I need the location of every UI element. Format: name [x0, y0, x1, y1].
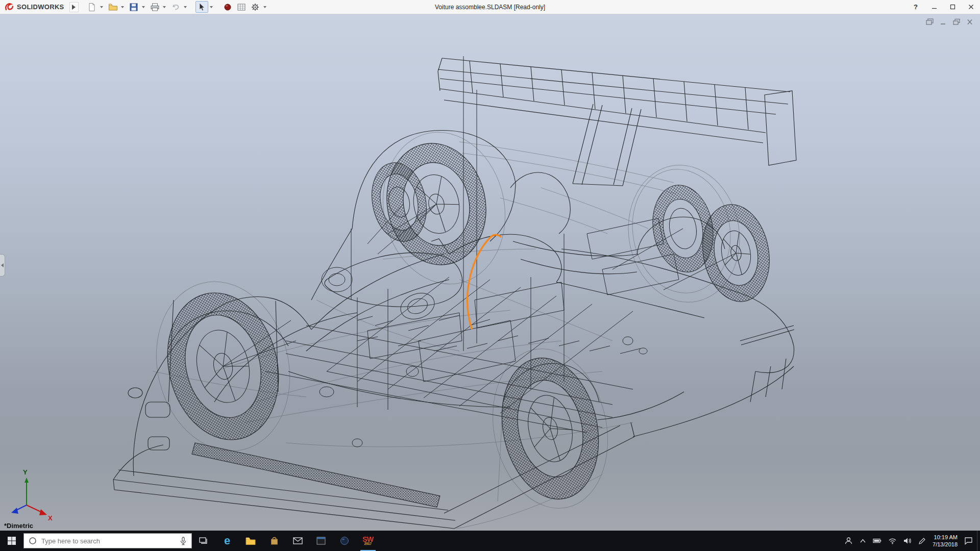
cortana-icon: [29, 537, 37, 545]
menu-flyout-button[interactable]: [69, 2, 79, 12]
featuremanager-flyout-tab[interactable]: [0, 254, 5, 277]
taskbar-clock[interactable]: 10:19 AM 7/13/2018: [933, 534, 958, 548]
undo-dropdown-icon[interactable]: [184, 6, 187, 8]
people-icon[interactable]: [844, 537, 853, 545]
options-button[interactable]: [249, 1, 262, 13]
mail-icon: [293, 537, 303, 544]
app-name: SOLIDWORKS: [17, 3, 64, 11]
open-document-button[interactable]: [107, 1, 119, 13]
battery-icon[interactable]: [873, 538, 881, 544]
triad-y-label: Y: [23, 468, 28, 476]
edge-button[interactable]: e: [215, 531, 239, 551]
window-restore-icon[interactable]: [952, 18, 961, 26]
print-button[interactable]: [149, 1, 161, 13]
document-title: Voiture assomblee.SLDASM [Read-only]: [435, 4, 545, 11]
red-sphere-icon: [224, 3, 232, 11]
save-floppy-icon: [129, 3, 138, 12]
select-arrow-icon: [198, 3, 206, 12]
edge-icon: e: [224, 535, 230, 546]
store-button[interactable]: [262, 531, 286, 551]
composer-app-button[interactable]: [333, 531, 356, 551]
solidworks-2017-icon: SW 2017: [362, 536, 374, 546]
save-dropdown-icon[interactable]: [142, 6, 145, 8]
window-controls: ?: [906, 0, 980, 14]
close-button[interactable]: [962, 0, 980, 14]
app-logo: SOLIDWORKS: [0, 2, 69, 12]
save-button[interactable]: [128, 1, 140, 13]
console-window-icon: [316, 537, 326, 545]
quick-access-toolbar: [86, 1, 269, 13]
design-table-icon: [237, 3, 246, 12]
print-dropdown-icon[interactable]: [163, 6, 166, 8]
file-explorer-button[interactable]: [239, 531, 262, 551]
system-tray: 10:19 AM 7/13/2018: [844, 534, 977, 548]
dassault-systemes-logo-icon: [4, 2, 14, 12]
task-view-icon: [199, 537, 208, 545]
wheel-front-left[interactable]: [153, 281, 293, 452]
microphone-icon[interactable]: [180, 537, 187, 545]
task-view-button[interactable]: [192, 531, 215, 551]
flyout-arrow-icon: [72, 5, 76, 10]
maximize-icon: [950, 4, 955, 10]
show-desktop-button[interactable]: [977, 531, 980, 551]
design-table-button[interactable]: [235, 1, 248, 13]
new-dropdown-icon[interactable]: [100, 6, 103, 8]
undo-button[interactable]: [169, 1, 182, 13]
clock-date: 7/13/2018: [933, 541, 958, 548]
view-orientation-label: *Dimetric: [4, 522, 33, 530]
help-button[interactable]: ?: [906, 0, 925, 14]
new-document-icon: [87, 3, 96, 12]
gear-icon: [251, 3, 260, 12]
search-input[interactable]: [41, 537, 175, 545]
construction-lines: [139, 121, 750, 529]
triad-x-label: X: [48, 514, 53, 522]
dark-sphere-app-icon: [340, 536, 349, 545]
store-bag-icon: [270, 536, 279, 545]
collapse-arrow-icon: [1, 263, 4, 267]
hidden-icons-chevron-icon[interactable]: [860, 538, 866, 543]
solidworks-2017-button[interactable]: SW 2017: [356, 531, 380, 551]
graphics-viewport[interactable]: Y X *Dimetric: [0, 14, 980, 531]
chassis-frame[interactable]: [265, 56, 679, 447]
options-dropdown-icon[interactable]: [263, 6, 266, 8]
print-icon: [150, 3, 160, 12]
radiator-mesh[interactable]: [192, 443, 440, 507]
red-sphere-button[interactable]: [222, 1, 234, 13]
windows-taskbar: e SW 2017: [0, 531, 980, 551]
close-icon: [968, 4, 974, 10]
file-explorer-icon: [246, 537, 256, 545]
console-app-button[interactable]: [309, 531, 333, 551]
mail-button[interactable]: [286, 531, 309, 551]
maximize-button[interactable]: [943, 0, 962, 14]
taskbar-search-box[interactable]: [23, 533, 192, 548]
minimize-icon: [932, 4, 937, 10]
volume-icon[interactable]: [903, 537, 912, 544]
window-minimize-icon[interactable]: [939, 18, 947, 26]
select-dropdown-icon[interactable]: [210, 6, 213, 8]
wheel-rear-left[interactable]: [489, 349, 611, 508]
start-button[interactable]: [0, 531, 23, 551]
new-document-button[interactable]: [86, 1, 99, 13]
undo-icon: [171, 3, 180, 12]
network-wifi-icon[interactable]: [888, 538, 897, 544]
minimize-button[interactable]: [925, 0, 943, 14]
open-folder-icon: [108, 3, 118, 12]
open-dropdown-icon[interactable]: [121, 6, 124, 8]
action-center-icon[interactable]: [964, 537, 973, 545]
window-close-icon[interactable]: [966, 18, 974, 26]
body-panels[interactable]: [288, 130, 730, 420]
titlebar: SOLIDWORKS: [0, 0, 980, 14]
wireframe-car-scene[interactable]: Y X: [0, 14, 980, 531]
orientation-triad: Y X: [11, 468, 53, 522]
pen-icon[interactable]: [918, 537, 926, 545]
clock-time: 10:19 AM: [933, 534, 958, 541]
windows-logo-icon: [7, 536, 16, 545]
cascade-windows-icon[interactable]: [926, 18, 934, 26]
select-tool-button[interactable]: [195, 1, 208, 13]
document-window-controls: [926, 18, 974, 26]
